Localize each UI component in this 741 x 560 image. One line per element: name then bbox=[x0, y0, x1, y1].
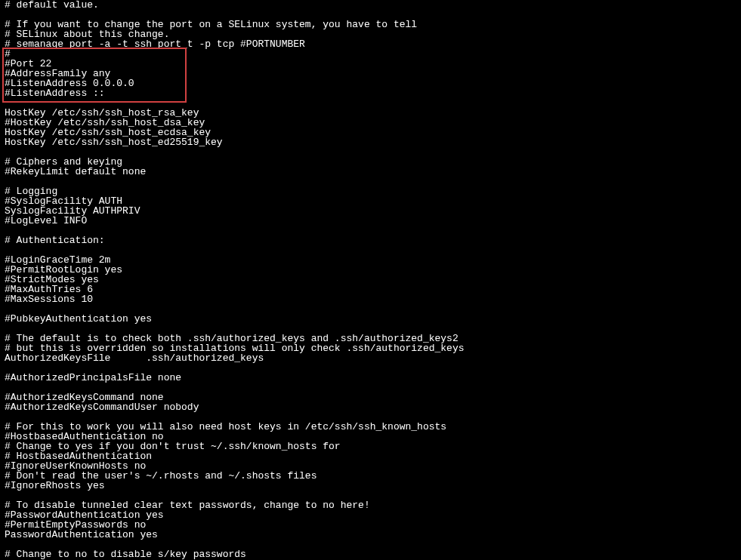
config-line: #IgnoreRhosts yes bbox=[5, 481, 736, 491]
config-line bbox=[5, 226, 736, 235]
config-line: # default value. bbox=[5, 0, 736, 10]
config-line: #LogLevel INFO bbox=[5, 216, 736, 226]
config-line: HostKey /etc/ssh/ssh_host_ed25519_key bbox=[5, 137, 736, 147]
config-line: #AuthorizedKeysCommandUser nobody bbox=[5, 402, 736, 412]
config-line: SyslogFacility AUTHPRIV bbox=[5, 206, 736, 216]
config-line bbox=[5, 177, 736, 186]
config-line: # semanage port -a -t ssh_port_t -p tcp … bbox=[5, 39, 736, 49]
config-line: AuthorizedKeysFile .ssh/authorized_keys bbox=[5, 353, 736, 363]
config-line: # Change to no to disable s/key password… bbox=[5, 549, 736, 559]
config-line: #AuthorizedPrincipalsFile none bbox=[5, 373, 736, 383]
config-line: #StrictModes yes bbox=[5, 275, 736, 285]
config-line: #Port 22 bbox=[5, 59, 736, 69]
terminal-output: # default value. # If you want to change… bbox=[0, 0, 741, 559]
config-line: #ListenAddress :: bbox=[5, 88, 736, 98]
config-line: # Don't read the user's ~/.rhosts and ~/… bbox=[5, 471, 736, 481]
config-line: #MaxSessions 10 bbox=[5, 294, 736, 304]
config-line: PasswordAuthentication yes bbox=[5, 530, 736, 540]
config-line: # bbox=[5, 49, 736, 59]
config-line: #ListenAddress 0.0.0.0 bbox=[5, 78, 736, 88]
config-line: #PubkeyAuthentication yes bbox=[5, 314, 736, 324]
config-line: # Authentication: bbox=[5, 235, 736, 245]
config-line: #RekeyLimit default none bbox=[5, 167, 736, 177]
config-line: #MaxAuthTries 6 bbox=[5, 285, 736, 294]
config-line bbox=[5, 245, 736, 255]
config-line: #PermitRootLogin yes bbox=[5, 265, 736, 275]
